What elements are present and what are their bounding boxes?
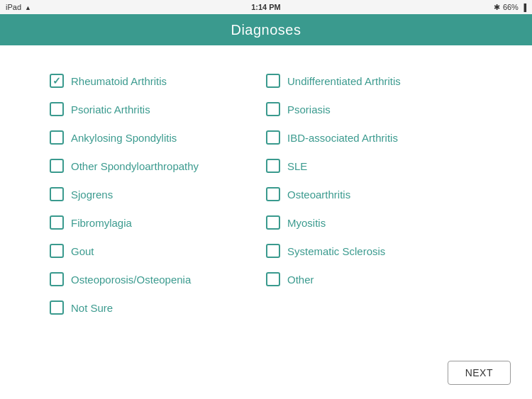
checkbox-systematic-sclerosis[interactable] xyxy=(266,244,280,258)
checkbox-item-undifferentiated-arthritis[interactable]: Undifferentiated Arthritis xyxy=(266,67,482,95)
checkbox-item-sjogrens[interactable]: Sjogrens xyxy=(50,180,266,208)
checkbox-label-ankylosing-spondylitis: Ankylosing Spondylitis xyxy=(71,132,177,144)
header: Diagnoses xyxy=(0,14,532,45)
checkbox-sjogrens[interactable] xyxy=(50,187,64,201)
checkbox-ibd-associated-arthritis[interactable] xyxy=(266,130,280,145)
checkbox-item-sle[interactable]: SLE xyxy=(266,152,482,180)
wifi-icon xyxy=(25,3,31,11)
checkbox-item-rheumatoid-arthritis[interactable]: ✓Rheumatoid Arthritis xyxy=(50,67,266,95)
right-column: Undifferentiated ArthritisPsoriasisIBD-a… xyxy=(266,67,482,322)
content-area: ✓Rheumatoid ArthritisPsoriatic Arthritis… xyxy=(0,45,532,399)
device-label: iPad xyxy=(6,3,21,11)
status-bar: iPad 1:14 PM ✱ 66% ▐ xyxy=(0,0,532,14)
checkbox-label-not-sure: Not Sure xyxy=(71,302,113,314)
checkbox-item-osteoarthritis[interactable]: Osteoarthritis xyxy=(266,180,482,208)
checkbox-item-myositis[interactable]: Myositis xyxy=(266,208,482,237)
checkbox-label-osteoporosis-osteopenia: Osteoporosis/Osteopenia xyxy=(71,274,191,286)
checkbox-gout[interactable] xyxy=(50,244,64,258)
checkbox-label-other: Other xyxy=(287,274,314,286)
checkbox-undifferentiated-arthritis[interactable] xyxy=(266,74,280,88)
checkbox-item-other-spondyloarthropathy[interactable]: Other Spondyloarthropathy xyxy=(50,152,266,180)
status-right: ✱ 66% ▐ xyxy=(494,3,526,12)
checkbox-item-gout[interactable]: Gout xyxy=(50,237,266,265)
checkbox-label-sjogrens: Sjogrens xyxy=(71,189,113,201)
checkbox-label-systematic-sclerosis: Systematic Sclerosis xyxy=(287,245,385,257)
checkbox-item-not-sure[interactable]: Not Sure xyxy=(50,293,266,322)
status-left: iPad xyxy=(6,3,31,11)
checkmark-icon: ✓ xyxy=(52,76,61,86)
checkbox-other-spondyloarthropathy[interactable] xyxy=(50,159,64,173)
checkbox-label-rheumatoid-arthritis: Rheumatoid Arthritis xyxy=(71,75,167,87)
checkbox-item-osteoporosis-osteopenia[interactable]: Osteoporosis/Osteopenia xyxy=(50,265,266,293)
checkbox-psoriatic-arthritis[interactable] xyxy=(50,102,64,116)
checkbox-item-systematic-sclerosis[interactable]: Systematic Sclerosis xyxy=(266,237,482,265)
checkbox-label-other-spondyloarthropathy: Other Spondyloarthropathy xyxy=(71,160,199,172)
checkbox-fibromylagia[interactable] xyxy=(50,215,64,230)
status-time: 1:14 PM xyxy=(251,3,281,11)
checkbox-label-psoriasis: Psoriasis xyxy=(287,103,331,116)
checkbox-item-fibromylagia[interactable]: Fibromylagia xyxy=(50,208,266,237)
checkbox-rheumatoid-arthritis[interactable]: ✓ xyxy=(50,74,64,88)
checkbox-label-fibromylagia: Fibromylagia xyxy=(71,217,132,229)
checkbox-item-ibd-associated-arthritis[interactable]: IBD-associated Arthritis xyxy=(266,123,482,152)
diagnoses-grid: ✓Rheumatoid ArthritisPsoriatic Arthritis… xyxy=(50,67,482,322)
checkbox-other[interactable] xyxy=(266,272,280,286)
checkbox-osteoarthritis[interactable] xyxy=(266,187,280,201)
checkbox-label-osteoarthritis: Osteoarthritis xyxy=(287,189,350,201)
checkbox-label-undifferentiated-arthritis: Undifferentiated Arthritis xyxy=(287,75,401,87)
checkbox-item-psoriatic-arthritis[interactable]: Psoriatic Arthritis xyxy=(50,95,266,123)
checkbox-item-psoriasis[interactable]: Psoriasis xyxy=(266,95,482,123)
checkbox-item-other[interactable]: Other xyxy=(266,265,482,293)
checkbox-label-ibd-associated-arthritis: IBD-associated Arthritis xyxy=(287,132,398,144)
checkbox-item-ankylosing-spondylitis[interactable]: Ankylosing Spondylitis xyxy=(50,123,266,152)
page-title: Diagnoses xyxy=(231,22,301,38)
checkbox-not-sure[interactable] xyxy=(50,300,64,315)
checkbox-sle[interactable] xyxy=(266,159,280,173)
checkbox-label-myositis: Myositis xyxy=(287,217,326,229)
next-button-container: NEXT xyxy=(448,361,511,385)
checkbox-osteoporosis-osteopenia[interactable] xyxy=(50,272,64,286)
checkbox-psoriasis[interactable] xyxy=(266,102,280,116)
next-button[interactable]: NEXT xyxy=(448,361,511,385)
checkbox-myositis[interactable] xyxy=(266,215,280,230)
checkbox-label-gout: Gout xyxy=(71,245,94,257)
checkbox-label-sle: SLE xyxy=(287,160,307,172)
checkbox-label-psoriatic-arthritis: Psoriatic Arthritis xyxy=(71,103,150,116)
battery-percent: 66% xyxy=(503,3,519,11)
left-column: ✓Rheumatoid ArthritisPsoriatic Arthritis… xyxy=(50,67,266,322)
bluetooth-icon: ✱ xyxy=(494,3,500,12)
checkbox-ankylosing-spondylitis[interactable] xyxy=(50,130,64,145)
battery-icon: ▐ xyxy=(521,4,526,11)
